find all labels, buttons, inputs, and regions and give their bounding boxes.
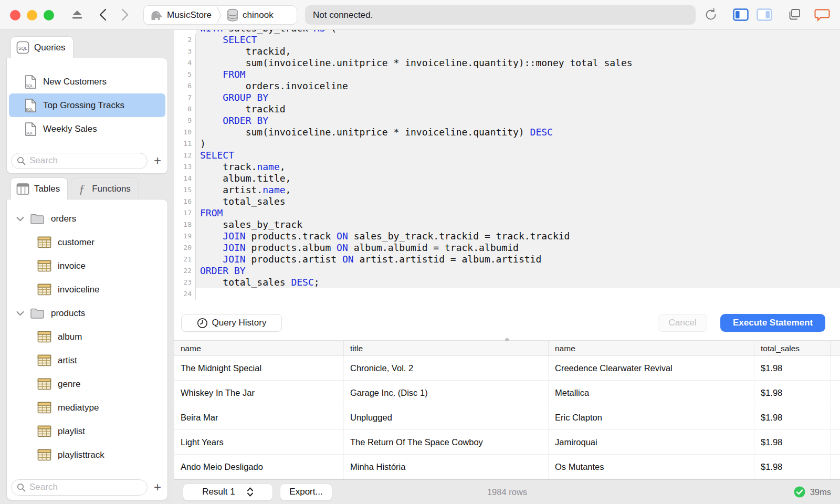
code-line[interactable]: 14 album.title, (174, 173, 840, 184)
tables-search-input[interactable] (29, 482, 142, 492)
chevron-down-icon[interactable] (16, 216, 27, 222)
tree-item-playlisttrack[interactable]: playlisttrack (9, 443, 165, 467)
column-header-name[interactable]: name (549, 341, 754, 355)
code-text: trackid, (196, 46, 840, 57)
sql-badge-icon: SQL (16, 41, 29, 54)
code-line[interactable]: 21 JOIN products.artist ON artist.artist… (174, 254, 840, 265)
table-cell: Chronicle, Vol. 2 (344, 356, 549, 380)
breadcrumb-database[interactable]: chinook (226, 8, 274, 22)
tree-item-invoiceline[interactable]: invoiceline (9, 278, 165, 301)
tree-item-mediatype[interactable]: mediatype (9, 396, 165, 419)
code-text: sales_by_track (196, 219, 840, 230)
code-line[interactable]: 12SELECT (174, 150, 840, 161)
svg-text:SQL: SQL (25, 107, 33, 111)
code-line[interactable]: 4 sum(invoiceline.unitprice * invoicelin… (174, 57, 840, 69)
code-line[interactable]: 13 track.name, (174, 161, 840, 173)
code-text: FROM (196, 69, 840, 80)
column-header-filler (831, 341, 840, 355)
code-line[interactable]: 23 total_sales DESC; (174, 277, 840, 288)
add-query-button[interactable]: + (152, 155, 163, 166)
query-item[interactable]: SQLTop Grossing Tracks (9, 93, 165, 117)
table-row[interactable]: Whiskey In The JarGarage Inc. (Disc 1)Me… (174, 381, 840, 405)
code-text: orders.invoiceline (196, 80, 840, 92)
tree-item-customer[interactable]: customer (9, 230, 165, 254)
code-line[interactable]: 6 orders.invoiceline (174, 80, 840, 92)
code-line[interactable]: 5 FROM (174, 69, 840, 80)
windows-icon[interactable] (788, 8, 801, 21)
breadcrumb-separator-icon (216, 6, 222, 24)
results-footer: Result 1 Export... 1984 rows 39ms (174, 479, 840, 504)
table-row[interactable]: Beira MarUnpluggedEric Clapton$1.98 (174, 405, 840, 430)
code-line[interactable]: 15 artist.name, (174, 184, 840, 196)
back-icon[interactable] (99, 8, 107, 21)
line-number: 22 (174, 265, 196, 277)
code-line[interactable]: 19 JOIN products.track ON sales_by_track… (174, 230, 840, 242)
execute-statement-button[interactable]: Execute Statement (720, 314, 825, 332)
line-number: 13 (174, 161, 196, 173)
table-row[interactable]: Light YearsThe Return Of The Space Cowbo… (174, 430, 840, 455)
line-number: 23 (174, 277, 196, 288)
queries-search-input[interactable] (29, 155, 142, 166)
tree-item-products[interactable]: products (9, 301, 165, 325)
column-header-title[interactable]: title (344, 341, 549, 355)
chat-icon[interactable] (814, 8, 830, 22)
code-line[interactable]: 8 trackid (174, 103, 840, 115)
chevron-down-icon[interactable] (16, 311, 27, 316)
column-header-total_sales[interactable]: total_sales (754, 341, 831, 355)
queries-search[interactable] (11, 153, 148, 169)
sql-editor[interactable]: 1WITH sales_by_track AS (2 SELECT3 track… (174, 30, 840, 332)
refresh-icon[interactable] (704, 8, 718, 22)
clock-icon (197, 318, 208, 329)
tree-item-playlist[interactable]: playlist (9, 419, 165, 443)
tables-search[interactable] (11, 479, 148, 496)
code-line[interactable]: 3 trackid, (174, 46, 840, 57)
code-line[interactable]: 11) (174, 138, 840, 150)
tree-item-artist[interactable]: artist (9, 349, 165, 372)
line-number: 14 (174, 173, 196, 184)
code-text: SELECT (196, 34, 840, 46)
toggle-right-panel-icon[interactable] (757, 8, 772, 21)
query-history-button[interactable]: Query History (181, 314, 282, 332)
code-line[interactable]: 16 total_sales (174, 196, 840, 207)
code-line[interactable]: 7 GROUP BY (174, 92, 840, 103)
minimize-window-button[interactable] (27, 10, 37, 20)
code-line[interactable]: 17FROM (174, 207, 840, 219)
query-item[interactable]: SQLNew Customers (9, 70, 165, 93)
code-line[interactable]: 24 (174, 288, 840, 300)
close-window-button[interactable] (10, 10, 20, 20)
toggle-left-panel-icon[interactable] (733, 8, 749, 21)
tab-functions[interactable]: ƒ Functions (71, 177, 139, 200)
table-cell: $1.98 (754, 430, 831, 454)
sql-file-icon: SQL (25, 122, 37, 136)
tree-item-invoice[interactable]: invoice (9, 254, 165, 278)
column-header-name[interactable]: name (174, 341, 344, 355)
tree-item-genre[interactable]: genre (9, 372, 165, 396)
results-splitter[interactable] (174, 332, 840, 341)
query-item-label: Weekly Sales (43, 124, 97, 134)
table-cell: The Return Of The Space Cowboy (344, 430, 549, 454)
table-icon (37, 331, 51, 343)
code-line[interactable]: 20 JOIN products.album ON album.albumid … (174, 242, 840, 254)
table-row[interactable]: The Midnight SpecialChronicle, Vol. 2Cre… (174, 356, 840, 381)
code-line[interactable]: 1WITH sales_by_track AS ( (174, 30, 840, 34)
table-row[interactable]: Ando Meio DesligadoMinha HistóriaOs Muta… (174, 455, 840, 479)
code-line[interactable]: 9 ORDER BY (174, 115, 840, 127)
tree-item-album[interactable]: album (9, 325, 165, 349)
tree-item-orders[interactable]: orders (9, 207, 165, 230)
zoom-window-button[interactable] (44, 10, 54, 20)
add-table-button[interactable]: + (152, 481, 163, 493)
search-icon (17, 156, 26, 165)
tab-functions-label: Functions (92, 184, 131, 194)
code-line[interactable]: 2 SELECT (174, 34, 840, 46)
forward-icon[interactable] (121, 8, 129, 21)
schema-tree: orderscustomerinvoiceinvoicelineproducts… (9, 207, 165, 467)
eject-icon[interactable] (70, 9, 84, 20)
tab-tables[interactable]: Tables (10, 177, 68, 200)
code-text (196, 288, 840, 300)
tab-queries[interactable]: SQL Queries (10, 36, 74, 58)
query-item[interactable]: SQLWeekly Sales (9, 117, 165, 141)
code-line[interactable]: 18 sales_by_track (174, 219, 840, 230)
breadcrumb-server[interactable]: MusicStore (149, 9, 212, 22)
code-line[interactable]: 10 sum(invoiceline.unitprice * invoiceli… (174, 127, 840, 138)
code-line[interactable]: 22ORDER BY (174, 265, 840, 277)
